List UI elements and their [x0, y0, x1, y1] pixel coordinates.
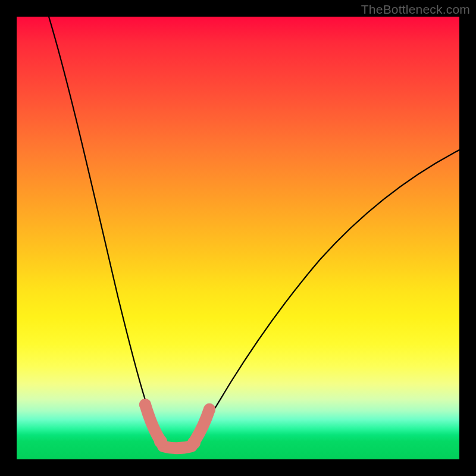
bottom-marker-worm	[139, 399, 215, 449]
worm-joint-4	[203, 403, 215, 415]
worm-bottom-segment	[163, 446, 192, 448]
plot-area	[17, 17, 459, 459]
outer-frame: TheBottleneck.com	[0, 0, 476, 476]
curve-right-branch	[192, 150, 459, 444]
chart-svg	[17, 17, 459, 459]
worm-joint-3	[187, 436, 201, 449]
worm-joint-2	[154, 435, 167, 448]
watermark-text: TheBottleneck.com	[361, 2, 470, 17]
worm-joint-1	[139, 399, 151, 411]
curve-left-branch	[49, 17, 164, 444]
